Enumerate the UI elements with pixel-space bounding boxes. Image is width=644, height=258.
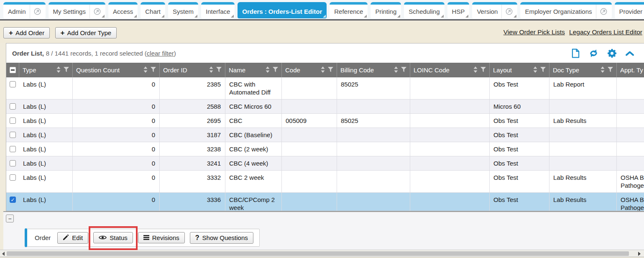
view-order-pick-lists-link[interactable]: View Order Pick Lists [503, 28, 565, 36]
toolbar: + Add Order + Add Order Type View Order … [0, 22, 644, 43]
dropdown-caret-icon [514, 15, 516, 18]
filter-icon[interactable] [401, 66, 406, 74]
order-row-3336[interactable]: ✓Labs (L)03336CBC/CPComp 2 weekObs TestL… [6, 193, 644, 211]
column-header-billing-code[interactable]: Billing Code [337, 63, 410, 77]
horizontal-scrollbar[interactable] [0, 250, 644, 257]
tab-reference[interactable]: Reference [330, 2, 368, 18]
filter-icon[interactable] [328, 66, 333, 74]
column-header-code[interactable]: Code [282, 63, 337, 77]
column-header-layout[interactable]: Layout [490, 63, 549, 77]
cell-layout: Obs Test [490, 142, 549, 156]
tab-label: HSP [452, 8, 465, 15]
edit-button[interactable]: Edit [57, 232, 88, 244]
cell-loinc-code [410, 193, 490, 211]
external-link-icon [600, 8, 607, 15]
tab-chart[interactable]: Chart [141, 2, 165, 18]
filter-icon[interactable] [273, 66, 278, 74]
tab-scheduling[interactable]: Scheduling [404, 2, 444, 18]
filter-icon[interactable] [480, 66, 486, 74]
tab-interface[interactable]: Interface [201, 2, 235, 18]
filter-icon[interactable] [608, 66, 613, 74]
show-questions-button[interactable]: ?Show Questions [190, 232, 253, 244]
sort-icon[interactable] [321, 66, 325, 74]
cell-code [282, 156, 337, 170]
order-row-2588[interactable]: Labs (L)02588CBC Micros 60Micros 60 [6, 100, 644, 114]
column-header-question-count[interactable]: Question Count [73, 63, 160, 77]
status-button[interactable]: Status [93, 232, 133, 243]
tab-version[interactable]: Version [472, 2, 517, 18]
cell-question-count: 0 [73, 77, 160, 99]
revisions-button[interactable]: Revisions [138, 232, 185, 243]
column-header-icons [141, 66, 156, 74]
row-checkbox-cell [6, 171, 19, 192]
order-row-3332[interactable]: Labs (L)03332CBC 2 weekObs TestLab Resul… [6, 171, 644, 193]
column-header-loinc-code[interactable]: LOINC Code [410, 63, 490, 77]
cell-billing-code [337, 193, 410, 211]
row-checkbox[interactable] [10, 174, 16, 181]
tab-admin[interactable]: Admin [3, 2, 46, 18]
edit-button-label: Edit [72, 234, 83, 241]
filter-icon[interactable] [151, 66, 156, 74]
sort-icon[interactable] [143, 66, 148, 74]
tab-provider-management[interactable]: Provider Management [615, 2, 644, 18]
external-link-icon [506, 8, 513, 15]
scroll-right-arrow-icon[interactable] [638, 252, 641, 256]
order-row-3238[interactable]: Labs (L)03238CBC (2 week)Obs Test [6, 142, 644, 156]
gear-icon[interactable] [608, 49, 616, 58]
column-header-doc-type[interactable]: Doc Type [549, 63, 617, 77]
cell-doc-type [549, 100, 617, 113]
column-header-appt-ty[interactable]: Appt. Ty [617, 63, 644, 77]
tab-system[interactable]: System [168, 2, 198, 18]
column-header-name[interactable]: Name [225, 63, 282, 77]
add-order-button[interactable]: + Add Order [3, 27, 50, 38]
order-row-3241[interactable]: Labs (L)03241CBC (4 week)Obs Test [6, 156, 644, 171]
sort-icon[interactable] [266, 66, 270, 74]
row-checkbox[interactable] [10, 103, 16, 110]
sort-icon[interactable] [473, 66, 478, 74]
select-all-checkbox[interactable] [10, 67, 16, 73]
sort-icon[interactable] [394, 66, 398, 74]
sort-icon[interactable] [56, 66, 61, 74]
collapse-row-button[interactable]: − [6, 215, 14, 222]
row-checkbox-cell [6, 100, 19, 113]
column-header-label: Doc Type [553, 66, 579, 74]
column-header-type[interactable]: Type [19, 63, 73, 77]
order-row-2385[interactable]: Labs (L)02385CBC with Automated Diff8502… [6, 77, 644, 100]
row-checkbox[interactable] [10, 146, 16, 152]
cell-appt-ty: OSHA B Pathoge [617, 193, 644, 211]
tab-access[interactable]: Access [108, 2, 138, 18]
cell-loinc-code [410, 114, 490, 128]
collapse-chevron-icon[interactable] [626, 51, 634, 56]
column-header-icons [391, 66, 406, 74]
sort-icon[interactable] [209, 66, 213, 74]
tab-printing[interactable]: Printing [371, 2, 401, 18]
sort-icon[interactable] [533, 66, 537, 74]
legacy-orders-list-editor-link[interactable]: Legacy Orders List Editor [569, 28, 642, 36]
clear-filter-link[interactable]: clear filter [147, 50, 174, 57]
scrollbar-thumb[interactable] [7, 251, 629, 256]
column-header-order-id[interactable]: Order ID [160, 63, 225, 77]
sort-icon[interactable] [601, 66, 605, 74]
filter-icon[interactable] [540, 66, 546, 74]
order-row-3187[interactable]: Labs (L)03187CBC (Baseline)Obs Test [6, 128, 644, 142]
filter-icon[interactable] [216, 66, 222, 74]
tab-label: Orders : Orders-List Editor [242, 8, 322, 15]
scroll-left-arrow-icon[interactable] [2, 252, 5, 256]
cell-type: Labs (L) [19, 142, 73, 156]
add-order-type-button[interactable]: + Add Order Type [55, 27, 117, 38]
row-checkbox[interactable]: ✓ [10, 197, 16, 203]
tab-orders-orders-list-editor[interactable]: Orders : Orders-List Editor [238, 2, 327, 18]
column-header-icons [531, 66, 546, 74]
tab-my-settings[interactable]: My Settings [49, 2, 105, 18]
order-row-2695[interactable]: Labs (L)02695CBC00500985025Obs TestLab R… [6, 114, 644, 128]
tab-hsp[interactable]: HSP [447, 2, 470, 18]
cell-question-count: 0 [73, 128, 160, 142]
row-checkbox[interactable] [10, 160, 16, 166]
row-checkbox[interactable] [10, 118, 16, 124]
row-checkbox[interactable] [10, 132, 16, 138]
filter-icon[interactable] [64, 66, 69, 74]
row-checkbox[interactable] [10, 81, 16, 87]
refresh-icon[interactable] [589, 49, 598, 58]
tab-employer-organizations[interactable]: Employer Organizations [520, 2, 611, 18]
new-document-icon[interactable] [572, 49, 580, 58]
